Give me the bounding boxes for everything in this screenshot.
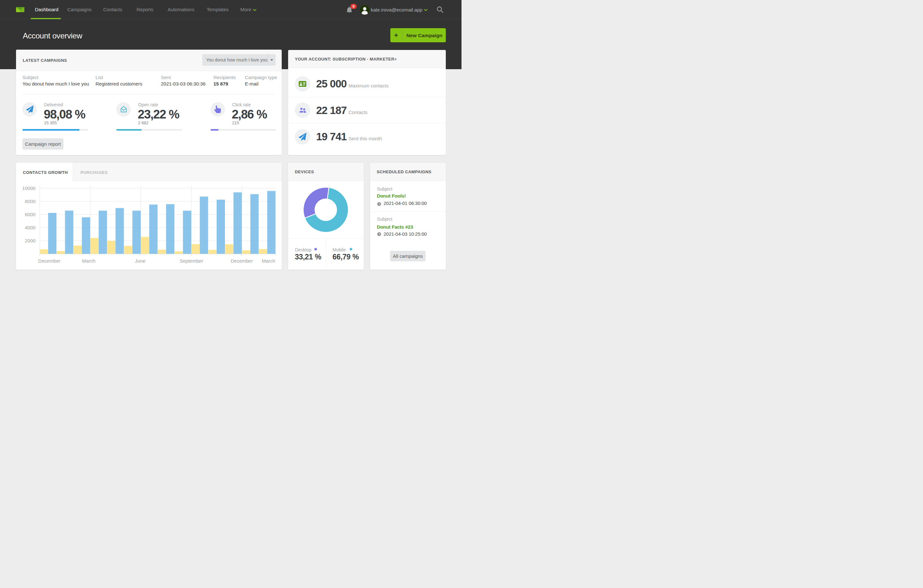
dropdown-arrow-box: [268, 54, 276, 66]
bar-contacts-7: [166, 204, 174, 254]
bar-purchases-9: [192, 244, 200, 254]
avatar-person-icon: [360, 5, 370, 15]
bar-contacts-1: [65, 211, 73, 254]
nav-item-automations[interactable]: Automations: [168, 0, 194, 19]
mobile-label: Mobile: [333, 247, 346, 252]
bar-purchases-11: [225, 244, 233, 254]
clock-icon: [377, 232, 381, 236]
delivered-progress-track: [23, 129, 88, 131]
nav-item-more[interactable]: More: [240, 0, 251, 19]
bar-contacts-4: [116, 208, 124, 254]
bar-purchases-10: [208, 250, 216, 254]
sent-value: 2021-03-03 06:30:36: [161, 81, 205, 87]
campaign-type-label: Campaign type: [245, 75, 277, 80]
bar-contacts-2: [82, 218, 90, 254]
notification-badge: 9: [350, 4, 357, 9]
bar-contacts-8: [183, 211, 191, 254]
x-tick-label: March: [262, 258, 275, 264]
campaign-selector-dropdown[interactable]: You donut how much I love you: [202, 54, 276, 66]
bar-contacts-11: [234, 192, 242, 254]
y-tick-label: 6000: [25, 212, 36, 217]
dropdown-arrow-icon: [271, 59, 273, 61]
paper-plane-icon: [299, 133, 306, 141]
open-rate-progress-track: [117, 129, 182, 131]
scheduled-time: 2021-04-03 10:25:00: [384, 231, 427, 237]
latest-campaigns-title: LATEST CAMPAIGNS: [23, 58, 67, 63]
account-chevron-down-icon: [424, 9, 427, 11]
scheduled-time: 2021-04-01 06:30:00: [384, 201, 427, 206]
devices-card: DEVICES Desktop 33,21 % Mobile 66,79 %: [288, 163, 364, 270]
bar-contacts-0: [48, 213, 56, 254]
delivered-value: 98,08 %: [44, 108, 85, 121]
bar-purchases-5: [124, 246, 132, 254]
click-rate-progress-track: [210, 129, 276, 131]
sent-month-icon-circle: [295, 129, 310, 144]
delivered-progress-fill: [23, 129, 79, 131]
y-tick-label: 4000: [25, 225, 36, 230]
click-rate-icon-circle: [210, 102, 225, 116]
users-icon: [298, 106, 307, 115]
active-nav-underline: [31, 18, 61, 19]
mobile-dot: [350, 248, 352, 251]
subject-value: You donut how much I love you: [23, 81, 89, 87]
y-tick-label: 2000: [25, 238, 36, 243]
bar-purchases-12: [242, 251, 250, 254]
contacts-growth-card: CONTACTS GROWTH PURCHASES 10000800060004…: [16, 163, 282, 270]
nav-item-contacts[interactable]: Contacts: [103, 0, 122, 19]
y-tick-label: 10000: [22, 185, 36, 191]
campaign-link-donut-fools[interactable]: Donut Fools!: [377, 193, 406, 198]
latest-campaigns-header: LATEST CAMPAIGNS You donut how much I lo…: [16, 50, 282, 71]
search-icon[interactable]: [436, 6, 444, 13]
new-campaign-button[interactable]: New Campaign: [390, 28, 446, 42]
ecomail-logo-icon[interactable]: [16, 7, 25, 12]
bar-purchases-4: [107, 241, 115, 254]
x-tick-label: December: [231, 258, 253, 264]
x-tick-label: June: [135, 258, 146, 264]
click-rate-label: Click rate: [232, 102, 251, 107]
divider: [288, 97, 446, 97]
nav-item-templates[interactable]: Templates: [207, 0, 228, 19]
nav-item-reports[interactable]: Reports: [136, 0, 153, 19]
bar-contacts-10: [217, 200, 225, 254]
your-account-title: YOUR ACCOUNT: SUBSCRIPTION - MARKETER+: [295, 57, 397, 62]
user-avatar[interactable]: [360, 5, 370, 15]
your-account-card: YOUR ACCOUNT: SUBSCRIPTION - MARKETER+ 2…: [288, 50, 446, 155]
divider: [370, 211, 446, 212]
max-contacts-label: Maximum contacts: [349, 83, 389, 88]
recipients-label: Recipients: [214, 75, 236, 80]
open-rate-icon-circle: [117, 102, 131, 116]
list-value: Registered customers: [95, 81, 142, 87]
paper-plane-icon: [26, 106, 33, 113]
desktop-value: 33,21 %: [295, 253, 321, 261]
button-separator: [402, 30, 402, 40]
nav-item-dashboard[interactable]: Dashboard: [35, 0, 58, 19]
bar-purchases-3: [90, 238, 99, 254]
nav-item-campaigns[interactable]: Campaigns: [67, 0, 92, 19]
all-campaigns-button[interactable]: All campaigns: [390, 251, 425, 261]
more-chevron-down-icon: [253, 9, 256, 11]
divider: [326, 238, 326, 270]
new-campaign-label: New Campaign: [406, 28, 442, 42]
contacts-growth-bar-chart: 100008000600040002000DecemberMarchJuneSe…: [16, 163, 282, 270]
delivered-icon-circle: [23, 102, 37, 116]
x-tick-label: March: [82, 258, 95, 264]
subject-label: Subject: [377, 187, 392, 192]
bar-contacts-3: [99, 211, 107, 254]
delivered-label: Delivered: [44, 102, 63, 107]
contacts-value: 22 187: [316, 105, 347, 116]
donut-slice-desktop: [303, 187, 329, 218]
recipients-value: 15 879: [214, 81, 228, 87]
y-tick-label: 8000: [25, 198, 36, 204]
bar-purchases-1: [57, 251, 65, 254]
open-rate-progress-fill: [117, 129, 142, 131]
bar-purchases-6: [141, 237, 149, 254]
account-email[interactable]: kate.irova@ecomail.app: [371, 0, 422, 19]
bar-purchases-8: [175, 251, 183, 254]
divider: [288, 123, 446, 123]
open-rate-count: 2 682: [138, 120, 149, 125]
campaign-type-value: E-mail: [245, 81, 259, 87]
hand-pointer-icon: [214, 105, 221, 113]
divider: [23, 94, 275, 95]
campaign-report-button[interactable]: Campaign report: [23, 138, 64, 149]
campaign-link-donut-facts[interactable]: Donut Facts #23: [377, 224, 413, 229]
